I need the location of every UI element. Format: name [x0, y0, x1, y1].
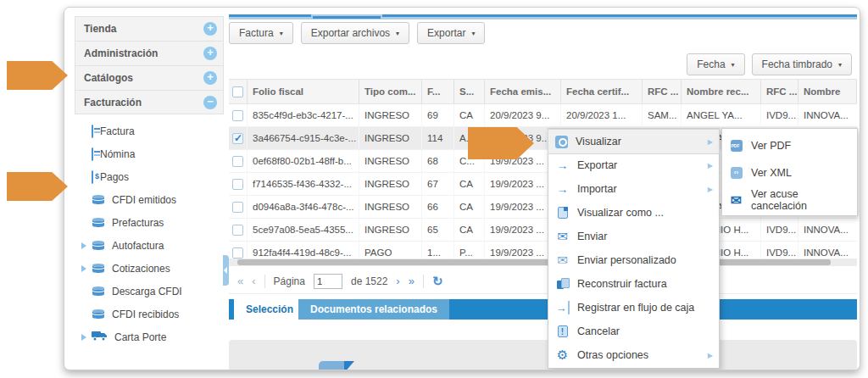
- chevron-down-icon: ▾: [838, 61, 842, 69]
- fecha-filter-button[interactable]: Fecha▾: [687, 53, 744, 75]
- exportar-menu-button[interactable]: Exportar▾: [417, 22, 485, 44]
- cell-fecha-emision: 20/9/2023 9...: [485, 104, 561, 126]
- document-peek-icon: [319, 361, 344, 370]
- menu-item-visualizar-como[interactable]: Visualizar como ...: [548, 201, 719, 225]
- filter-buttons: Fecha▾ Fecha timbrado▾: [687, 53, 852, 75]
- menu-item-registrar-flujo-caja[interactable]: → Registrar en flujo de caja: [548, 296, 719, 320]
- column-header-fecha-emision[interactable]: Fecha emis...: [485, 80, 561, 103]
- sidebar-item-descarga-cfdi[interactable]: Descarga CFDI: [75, 280, 224, 303]
- row-checkbox[interactable]: [232, 247, 243, 258]
- menu-item-enviar[interactable]: ✉ Enviar: [548, 225, 719, 248]
- cell-rfc-2: IVD9...: [761, 219, 798, 241]
- cell-nombre-receptor: ANGEL YA...: [682, 104, 761, 126]
- row-checkbox[interactable]: [232, 133, 243, 144]
- sidebar-item-prefacturas[interactable]: Prefacturas: [75, 211, 224, 234]
- column-header-rfc-2[interactable]: RFC ...: [761, 80, 798, 103]
- last-page-button[interactable]: »: [409, 275, 415, 287]
- database-icon: [92, 309, 105, 320]
- sidebar-section-tienda[interactable]: Tienda +: [75, 16, 224, 41]
- plus-icon[interactable]: +: [203, 71, 217, 85]
- select-all-checkbox[interactable]: [232, 86, 243, 97]
- toolbar: Factura▾ Exportar archivos▾ Exportar▾: [229, 22, 485, 44]
- exportar-archivos-menu-button[interactable]: Exportar archivos▾: [301, 22, 409, 44]
- submenu-arrow-icon: ▶: [708, 162, 713, 170]
- column-header-f[interactable]: F...: [422, 80, 454, 103]
- menu-item-importar[interactable]: → Importar ▶: [548, 177, 719, 201]
- column-header-fecha-certificacion[interactable]: Fecha certif...: [561, 80, 643, 103]
- cancel-document-icon: !: [558, 325, 568, 337]
- sidebar-section-catalogos[interactable]: Catálogos +: [75, 65, 224, 90]
- database-icon: [92, 263, 105, 274]
- database-icon: [92, 217, 105, 228]
- table-row[interactable]: 835c4f9d-eb3c-4217-... INGRESO 69 CA 20/…: [229, 104, 857, 127]
- rebuild-document-icon: [557, 278, 569, 290]
- cell-s: CA: [454, 173, 485, 195]
- plus-icon[interactable]: +: [203, 47, 217, 60]
- row-checkbox[interactable]: [232, 110, 243, 121]
- cell-tipo: INGRESO: [359, 173, 422, 195]
- sidebar-item-nómina[interactable]: Nómina: [75, 142, 224, 165]
- menu-item-reconstruir-factura[interactable]: Reconstruir factura: [548, 272, 719, 296]
- refresh-icon[interactable]: ↻: [432, 274, 443, 289]
- cell-tipo: INGRESO: [359, 150, 422, 172]
- cell-folio-fiscal: f7146535-f436-4332-...: [248, 173, 359, 195]
- row-checkbox[interactable]: [232, 225, 243, 236]
- menu-item-visualizar[interactable]: Visualizar ▶: [548, 130, 719, 153]
- row-checkbox[interactable]: [232, 156, 243, 167]
- scrollbar-thumb[interactable]: [237, 259, 831, 265]
- fecha-timbrado-filter-button[interactable]: Fecha timbrado▾: [752, 53, 852, 75]
- menu-item-cancelar[interactable]: ! Cancelar: [548, 320, 719, 343]
- sidebar-section-facturacion[interactable]: Facturación −: [75, 90, 224, 114]
- row-checkbox[interactable]: [232, 179, 243, 190]
- chevron-right-icon: [81, 265, 86, 272]
- plus-icon[interactable]: +: [203, 22, 217, 36]
- bottom-panel: [229, 340, 857, 370]
- tab-documentos-relacionados[interactable]: Documentos relacionados: [298, 299, 449, 320]
- column-header-nombre-receptor[interactable]: Nombre rec...: [682, 80, 761, 103]
- next-page-button[interactable]: ›: [396, 275, 399, 287]
- sidebar-item-autofactura[interactable]: Autofactura: [75, 234, 224, 257]
- sidebar-item-cfdi-emitidos[interactable]: CFDI emitidos: [75, 188, 224, 211]
- cell-folio-fiscal: 5ce97a08-5ea5-4355...: [248, 219, 359, 241]
- sidebar-item-cfdi-recibidos[interactable]: CFDI recibidos: [75, 303, 224, 325]
- sidebar-item-factura[interactable]: Factura: [75, 120, 224, 142]
- row-checkbox[interactable]: [232, 202, 243, 213]
- section-label: Administración: [84, 47, 158, 59]
- submenu-item-ver-pdf[interactable]: Ver PDF: [722, 132, 857, 159]
- column-header-rfc[interactable]: RFC ...: [643, 80, 682, 103]
- column-header-folio[interactable]: Folio fiscal: [248, 80, 359, 103]
- payment-document-icon: [92, 170, 93, 184]
- factura-menu-button[interactable]: Factura▾: [229, 22, 293, 44]
- sidebar-item-carta-porte[interactable]: Carta Porte: [75, 325, 224, 348]
- minus-icon[interactable]: −: [203, 96, 217, 109]
- menu-item-otras-opciones[interactable]: ⚙ Otras opciones ▶: [548, 343, 719, 367]
- column-header-s[interactable]: S...: [454, 80, 485, 103]
- submenu-item-ver-acuse[interactable]: ✉ Ver acuse cancelación: [722, 186, 857, 214]
- tab-seleccion[interactable]: Selección: [234, 299, 305, 320]
- table-row[interactable]: 5ce97a08-5ea5-4355... INGRESO 65 CA 19/9…: [229, 219, 857, 242]
- cell-f: 65: [422, 219, 454, 241]
- menu-item-enviar-personalizado[interactable]: ✉ Enviar personalizado: [548, 248, 719, 272]
- sidebar-section-administracion[interactable]: Administración +: [75, 41, 224, 65]
- sidebar-item-cotizaciones[interactable]: Cotizaciones: [75, 257, 224, 280]
- section-label: Catálogos: [84, 72, 133, 84]
- cashflow-arrow-icon: →: [555, 301, 570, 314]
- cell-f: 114: [422, 127, 454, 149]
- column-header-nombre[interactable]: Nombre: [798, 80, 857, 103]
- menu-item-exportar[interactable]: → Exportar ▶: [548, 153, 719, 177]
- column-header-tipo[interactable]: Tipo com...: [359, 80, 422, 103]
- prev-page-button[interactable]: ‹: [252, 275, 255, 287]
- database-icon: [92, 240, 105, 251]
- first-page-button[interactable]: «: [237, 275, 243, 287]
- visualizar-submenu: Ver PDF ‹› Ver XML ✉ Ver acuse cancelaci…: [721, 128, 858, 216]
- submenu-arrow-icon: ▶: [708, 138, 713, 146]
- cell-nombre: INNOVA...: [798, 104, 857, 126]
- envelope-icon: ✉: [555, 230, 570, 243]
- cell-tipo: INGRESO: [359, 104, 422, 126]
- sidebar-item-pagos[interactable]: Pagos: [75, 165, 224, 188]
- export-icon: →: [555, 158, 570, 172]
- page-number-input[interactable]: [314, 274, 342, 289]
- submenu-item-ver-xml[interactable]: ‹› Ver XML: [722, 159, 857, 186]
- app-window: Tienda + Administración + Catálogos + Fa…: [64, 7, 860, 370]
- horizontal-scrollbar[interactable]: [229, 258, 857, 266]
